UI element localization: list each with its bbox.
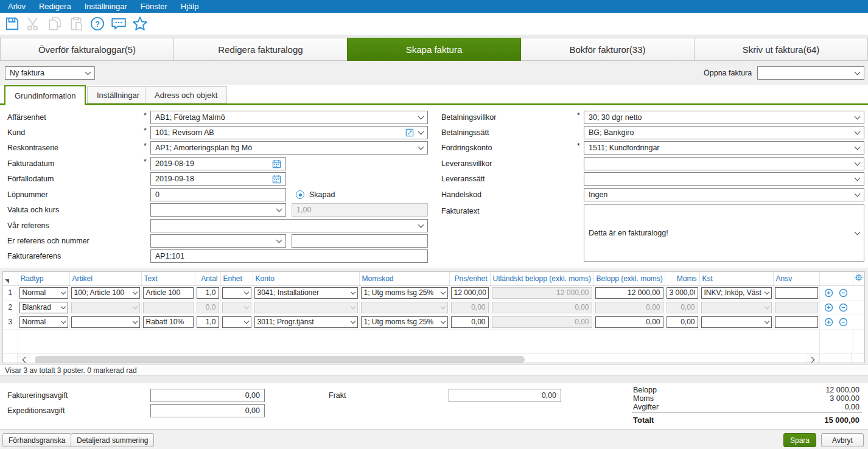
antal-input[interactable]: 1,0 [197,287,219,299]
var-referens-select[interactable] [150,219,428,232]
menu-arkiv[interactable]: Arkiv [1,0,32,13]
konto-select[interactable]: 3041; Installationer [254,287,358,299]
text-input[interactable]: Rabatt 10% [143,316,194,328]
save-button[interactable]: Spara [783,433,816,447]
subtab-installningar[interactable]: Inställningar [87,86,149,103]
row-number[interactable]: 3 [3,315,18,329]
radtyp-select[interactable]: Normal [19,316,68,328]
ansv-input[interactable] [775,287,818,299]
tab-skapa-faktura[interactable]: Skapa faktura [347,38,521,61]
menu-installningar[interactable]: Inställningar [78,0,134,13]
scrollbar-thumb[interactable] [35,356,525,363]
remove-row-icon[interactable] [839,288,848,298]
comments-icon[interactable] [110,15,127,32]
skapad-radio[interactable] [296,190,304,199]
favorites-star-icon[interactable] [131,15,149,32]
enhet-select[interactable] [222,316,251,328]
antal-input[interactable]: 1,0 [197,316,219,328]
radtyp-select[interactable]: Normal [19,287,68,299]
col-text[interactable]: Text [141,272,195,285]
kst-select[interactable]: INKV; Inköp, Väst [701,287,772,299]
col-enhet[interactable]: Enhet [220,272,253,285]
col-konto[interactable]: Konto [253,272,359,285]
tab-overfor-fakturaloggar[interactable]: Överför fakturaloggar(5) [0,38,174,61]
remove-row-icon[interactable] [839,303,848,312]
leveransvillkor-select[interactable] [584,157,864,170]
tab-skriv-ut-faktura[interactable]: Skriv ut faktura(64) [694,38,868,61]
expeditionsavgift-input[interactable]: 0,00 [150,404,265,417]
momskod-select[interactable]: 1; Utg moms fsg 25% [361,287,448,299]
cancel-button[interactable]: Avbryt [821,433,864,447]
paste-icon[interactable] [68,15,85,32]
grid-corner-header[interactable] [3,272,18,285]
ansv-input[interactable] [775,316,818,328]
save-icon[interactable] [4,15,21,32]
affarsenhet-select[interactable]: AB1; Företag Malmö [150,111,428,124]
scroll-left-button[interactable] [18,353,31,364]
detailed-summary-button[interactable]: Detaljerad summering [71,433,154,447]
tab-redigera-fakturalogg[interactable]: Redigera fakturalogg [173,38,348,61]
konto-select[interactable]: 3011; Progr.tjänst [254,316,358,328]
pris-enhet-input[interactable]: 12 000,00 [451,287,489,299]
tab-bokfor-fakturor[interactable]: Bokför fakturor(33) [520,38,695,61]
betalningsvillkor-select[interactable]: 30; 30 dgr netto [584,111,864,124]
belopp-input[interactable]: 0,00 [595,316,663,328]
er-referens-select[interactable] [150,234,286,248]
edit-customer-icon[interactable] [405,128,414,137]
menu-fonster[interactable]: Fönster [134,0,174,13]
kund-select[interactable]: 101; Revisorn AB [150,126,428,139]
col-kst[interactable]: Kst [699,272,773,285]
col-belopp[interactable]: Belopp (exkl. moms) [593,272,665,285]
gear-icon[interactable] [855,273,863,282]
fakturadatum-input[interactable]: 2019-08-19 [150,157,286,170]
preview-button[interactable]: Förhandsgranska [2,433,71,447]
add-row-icon[interactable] [824,288,833,298]
col-antal[interactable]: Antal [195,272,220,285]
artikel-select[interactable] [71,316,140,328]
calendar-icon[interactable] [272,159,281,169]
forfallodatum-input[interactable]: 2019-09-18 [150,172,286,186]
col-momskod[interactable]: Momskod [359,272,449,285]
col-ansv[interactable]: Ansv [773,272,819,285]
kst-select[interactable] [701,316,772,328]
remove-row-icon[interactable] [839,318,848,327]
row-number[interactable]: 1 [3,285,18,300]
handelskod-select[interactable]: Ingen [584,188,864,201]
belopp-input[interactable]: 12 000,00 [595,287,663,299]
col-radtyp[interactable]: Radtyp [18,272,69,285]
fakturatext-input[interactable]: Detta är en fakturalogg! [584,204,864,262]
col-utlandskt-belopp[interactable]: Utländskt belopp (exkl. moms) [490,272,593,285]
momskod-select[interactable]: 1; Utg moms fsg 25% [361,316,448,328]
row-number[interactable]: 2 [3,300,18,315]
add-row-icon[interactable] [824,303,833,312]
scrollbar-track[interactable] [31,353,806,364]
menu-hjalp[interactable]: Hjälp [174,0,206,13]
fakturareferens-input[interactable]: AP1:101 [150,249,428,263]
moms-input[interactable]: 3 000,00 [667,287,698,299]
valuta-select[interactable] [150,203,286,217]
lopnummer-input[interactable]: 0 [150,188,286,201]
col-artikel[interactable]: Artikel [69,272,141,285]
faktureringsavgift-input[interactable]: 0,00 [150,389,265,402]
help-icon[interactable]: ? [89,15,106,32]
col-moms[interactable]: Moms [665,272,699,285]
frakt-input[interactable]: 0,00 [449,389,561,402]
add-row-icon[interactable] [824,318,833,327]
subtab-adress-och-objekt[interactable]: Adress och objekt [145,86,227,103]
fordringskonto-select[interactable]: 1511; Kundfordringar [584,141,864,155]
pris-enhet-input[interactable]: 0,00 [451,316,489,328]
cut-icon[interactable] [25,15,42,32]
calendar-icon[interactable] [272,175,281,184]
leveranssatt-select[interactable] [584,172,864,186]
er-nummer-input[interactable] [292,234,428,248]
betalningssatt-select[interactable]: BG; Bankgiro [584,126,864,139]
radtyp-select[interactable]: Blankrad [19,302,68,313]
enhet-select[interactable] [222,287,251,299]
subtab-grundinformation[interactable]: Grundinformation [4,85,86,105]
artikel-select[interactable]: 100; Article 100 [71,287,140,299]
invoice-mode-select[interactable]: Ny faktura [5,66,95,80]
text-input[interactable]: Article 100 [143,287,194,299]
scroll-right-button[interactable] [806,353,819,364]
moms-input[interactable]: 0,00 [667,316,698,328]
copy-icon[interactable] [46,15,63,32]
